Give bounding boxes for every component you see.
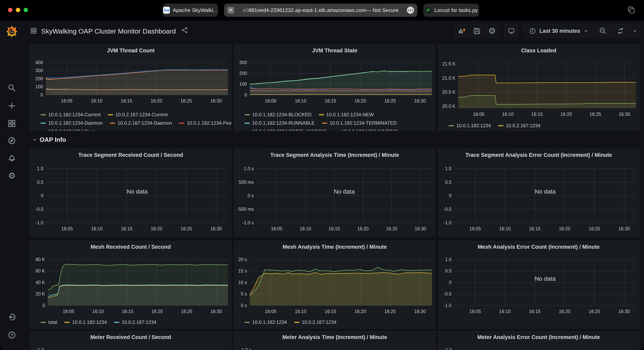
panel-title[interactable]: Trace Segment Analysis Error Count (Incr… <box>438 149 639 160</box>
add-panel-button[interactable] <box>455 24 468 37</box>
time-range-picker[interactable]: Last 30 minutes <box>524 24 594 37</box>
tab-grafana-active[interactable]: ✕ e0881eed4-22961232.ap-east-1.elb.amazo… <box>224 3 417 17</box>
jvm-thread-state-chart[interactable]: 16:0516:1016:1516:2016:2516:300100200300 <box>234 56 435 111</box>
svg-text:No data: No data <box>534 275 556 282</box>
panel-meter-analysis-time: Meter Analysis Time (Increment) / Minute… <box>234 331 435 350</box>
browser-tab-bar: Sw Apache SkyWalki... ✕ e0881eed4-229612… <box>0 0 644 20</box>
mesh-analysis-time-chart[interactable]: 16:0516:1016:1516:2016:2516:300 s5 s10 s… <box>234 252 435 318</box>
legend-item[interactable]: total <box>41 320 57 325</box>
refresh-button[interactable] <box>611 24 630 37</box>
tab-locust[interactable]: Locust for tasks.py <box>424 3 479 17</box>
grafana-logo[interactable] <box>5 25 18 38</box>
class-loaded-chart[interactable]: 16:0516:1016:1516:2016:2516:3020.0 K20.5… <box>438 56 639 122</box>
legend-item[interactable]: 10.0.2.167:1234 <box>498 123 540 129</box>
legend-label: 10.0.1.182:1234-TIMED_WAITING <box>252 129 326 131</box>
window-minimize-button[interactable] <box>16 8 20 12</box>
svg-text:16:05: 16:05 <box>63 309 74 314</box>
svg-text:-0.5: -0.5 <box>444 206 452 212</box>
legend-swatch-icon <box>294 322 300 323</box>
sidebar-signin-icon[interactable] <box>6 311 18 323</box>
panel-title[interactable]: Trace Segment Analysis Time (Increment) … <box>234 149 435 160</box>
zoom-out-button[interactable] <box>596 24 610 37</box>
legend-item[interactable]: 10.0.1.182:1234-TERMINATED <box>322 120 397 126</box>
legend-item[interactable]: 10.0.1.182:1234-Current <box>41 112 101 118</box>
svg-text:16:20: 16:20 <box>150 98 162 104</box>
legend-item[interactable]: 10.0.1.182:1234 <box>449 123 491 129</box>
panel-title[interactable]: Class Loaded <box>438 44 639 56</box>
cycle-view-button[interactable] <box>505 24 518 37</box>
panel-meter-analysis-error: Meter Analysis Error Count (Increment) /… <box>438 331 640 350</box>
tab-close-icon[interactable]: ✕ <box>227 7 234 13</box>
svg-text:16:15: 16:15 <box>121 98 132 104</box>
sidebar-alerting-icon[interactable] <box>6 152 18 164</box>
legend-item[interactable]: 10.0.1.182:1234-Daemon <box>41 120 103 126</box>
panel-title[interactable]: Meter Analysis Error Count (Increment) /… <box>438 331 639 343</box>
axis-tick-label: 1.0 s <box>241 348 251 350</box>
trace-received-chart[interactable]: 16:0516:1016:1516:2016:2516:30-1.0-0.500… <box>30 160 231 237</box>
window-close-button[interactable] <box>8 8 12 12</box>
dashboard-settings-button[interactable]: ⚙ <box>486 24 499 37</box>
window-zoom-button[interactable] <box>24 8 28 12</box>
svg-text:200: 200 <box>36 76 43 81</box>
svg-text:16:30: 16:30 <box>618 112 630 117</box>
share-icon[interactable] <box>181 27 188 34</box>
svg-text:0.5: 0.5 <box>445 179 452 185</box>
tab-address: 881eed4-22961232.ap-east-1.elb.amazonaws… <box>248 7 366 13</box>
sidebar-dashboards-icon[interactable] <box>6 118 18 130</box>
legend-item[interactable]: 10.0.1.182:1234-WAITING <box>334 129 398 131</box>
legend-label: 10.0.1.182:1234 <box>252 320 287 325</box>
svg-text:0: 0 <box>449 280 452 285</box>
sidebar-configuration-icon[interactable]: ⚙ <box>6 170 18 182</box>
legend-item[interactable]: 10.0.2.167:1234 <box>294 320 336 325</box>
legend-row: 10.0.2.167:1234-Peak <box>30 127 231 131</box>
svg-text:No data: No data <box>334 188 355 195</box>
legend-item[interactable]: 10.0.1.182:1234-TIMED_WAITING <box>244 129 326 131</box>
sidebar-explore-icon[interactable] <box>6 135 18 147</box>
mesh-analysis-error-chart[interactable]: 16:0516:1016:1516:2016:2516:30-1.0-0.500… <box>438 252 639 318</box>
legend-item[interactable]: 10.0.2.167:1234-Daemon <box>110 120 172 126</box>
svg-text:1.0: 1.0 <box>445 257 452 262</box>
jvm-thread-count-chart[interactable]: 16:0516:1016:1516:2016:2516:300100200300… <box>30 56 231 111</box>
trace-analysis-error-chart[interactable]: 16:0516:1016:1516:2016:2516:30-1.0-0.500… <box>438 160 639 237</box>
svg-text:21.5 K: 21.5 K <box>442 61 456 66</box>
page-title[interactable]: SkyWalking OAP Cluster Monitor Dashboard <box>41 27 176 35</box>
panel-title[interactable]: Meter Analysis Time (Increment) / Minute <box>234 331 435 343</box>
panel-title[interactable]: Trace Segment Received Count / Second <box>30 149 231 160</box>
panel-title[interactable]: Mesh Analysis Time (Increment) / Minute <box>234 241 435 252</box>
legend-item[interactable]: 10.0.1.182:1234-NEW <box>319 112 374 118</box>
apps-grid-icon[interactable] <box>30 27 37 35</box>
sidebar-help-icon[interactable]: ? <box>6 329 18 341</box>
legend-swatch-icon <box>41 322 46 323</box>
sidebar-search-icon[interactable] <box>6 82 18 94</box>
svg-text:1.0: 1.0 <box>445 166 452 171</box>
sidebar-create-icon[interactable] <box>6 100 18 112</box>
panel-meter-received: Meter Received Count / Second 1.0 <box>30 331 231 350</box>
legend-item[interactable]: 10.0.1.182:1234 <box>244 320 287 325</box>
svg-text:16:15: 16:15 <box>324 309 336 314</box>
section-row-oap-info[interactable]: OAP Info <box>30 131 640 149</box>
refresh-button-group <box>611 24 640 37</box>
tab-more-icon[interactable] <box>407 6 414 14</box>
legend-item[interactable]: 10.0.1.182:1234 <box>64 320 107 325</box>
legend-item[interactable]: 10.0.1.182:1234-RUNNABLE <box>244 120 314 126</box>
tab-overview-icon[interactable] <box>627 6 636 15</box>
legend-item[interactable]: 10.0.1.182:1234-BLOCKED <box>244 112 312 118</box>
mesh-received-chart[interactable]: 16:0516:1016:1516:2016:2516:30020 K40 K6… <box>30 252 231 318</box>
svg-text:0: 0 <box>244 92 247 98</box>
trace-analysis-time-chart[interactable]: 16:0516:1016:1516:2016:2516:30-1.0 s-500… <box>234 160 435 237</box>
section-label: OAP Info <box>40 136 66 144</box>
save-dashboard-button[interactable] <box>470 24 484 37</box>
axis-tick-label: 1.0 <box>38 348 44 350</box>
panel-title[interactable]: JVM Thread State <box>234 44 435 56</box>
legend-item[interactable]: 10.0.1.182:1234-Peak <box>179 120 231 126</box>
legend-item[interactable]: 10.0.2.167:1234-Peak <box>41 129 96 131</box>
panel-title[interactable]: Mesh Analysis Error Count (Increment) / … <box>438 241 639 252</box>
refresh-interval-dropdown[interactable] <box>630 24 639 37</box>
panel-title[interactable]: Mesh Received Count / Second <box>30 241 231 252</box>
tab-skywalking[interactable]: Sw Apache SkyWalki... <box>163 3 218 17</box>
legend-item[interactable]: 10.0.2.167:1234-Current <box>108 112 168 118</box>
legend-item[interactable]: 10.0.2.167:1234 <box>114 320 156 325</box>
panel-title[interactable]: JVM Thread Count <box>30 44 231 56</box>
panel-title[interactable]: Meter Received Count / Second <box>30 331 231 343</box>
legend-row: 10.0.1.182:1234-RUNNABLE10.0.1.182:1234-… <box>234 119 435 127</box>
